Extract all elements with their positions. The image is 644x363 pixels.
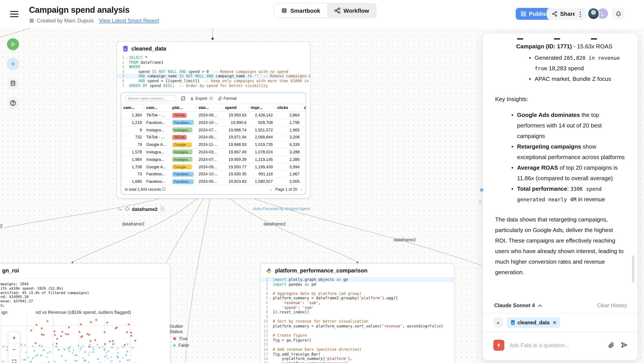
code-line[interactable]: 4# Aggregate data by platform (ad group) <box>260 291 454 296</box>
fit-view-button[interactable] <box>8 355 20 363</box>
add-context-button[interactable]: + <box>493 318 503 327</box>
clear-history-button[interactable]: Clear History <box>597 302 627 308</box>
tab-workflow[interactable]: Workflow <box>327 4 376 18</box>
python-code-editor[interactable]: 1import plotly.graph_objects as go2impor… <box>260 276 454 363</box>
notifications-button[interactable] <box>612 8 624 20</box>
code-line[interactable]: 2import pandas as pd <box>260 282 454 286</box>
code-line[interactable]: 18 y=platform_summary['platform'], <box>260 356 454 361</box>
column-header[interactable]: star... <box>196 104 223 111</box>
expand-icon[interactable] <box>181 96 186 100</box>
data-sources-button[interactable] <box>7 77 19 89</box>
dataframe-diamond-icon <box>125 207 130 211</box>
scatter-point-false <box>52 344 54 345</box>
scatter-point-false <box>117 356 118 357</box>
search-table-columns-input[interactable]: Search table columns... <box>125 95 176 102</box>
code-line[interactable]: 8}).reset_index() <box>260 310 454 314</box>
remove-chip-icon[interactable]: ✕ <box>553 320 556 325</box>
code-line[interactable]: 4 spend IS NOT NULL AND spend > 0 -- Rem… <box>117 70 310 74</box>
prev-page-button[interactable]: ‹ <box>270 187 272 192</box>
legend-entry-true[interactable]: True <box>170 336 189 341</box>
column-header[interactable]: cam... <box>121 104 144 111</box>
scatter-point-false <box>35 355 36 357</box>
code-line[interactable]: 11platform_summary = platform_summary.so… <box>260 324 454 328</box>
chart-title-fragment-left: ign <box>1 309 8 315</box>
hamburger-menu-icon[interactable] <box>10 11 18 17</box>
context-chip-cleaned-data[interactable]: SQL cleaned_data ✕ <box>507 317 560 328</box>
dataframe-output-label[interactable]: dataframe2 <box>132 206 158 212</box>
more-options-button[interactable]: ⋮ <box>574 8 586 20</box>
code-line[interactable]: 1import plotly.graph_objects as go <box>260 277 454 282</box>
code-line[interactable]: 9 <box>260 315 454 319</box>
ask-question-input[interactable]: Ask Fabi.ai a question... <box>510 342 603 348</box>
table-row[interactable]: 1,218Faceboo...Faceboo...2024-10-...19,9… <box>121 119 306 126</box>
code-line[interactable]: 3 <box>260 286 454 291</box>
code-line[interactable]: 12 <box>260 328 454 333</box>
code-line[interactable]: 16# Add revenue bars (positive direction… <box>260 347 454 352</box>
smart-report-link[interactable]: View Latest Smart Report <box>99 18 159 24</box>
dataframe-options-icon[interactable]: ⋮ <box>160 206 164 212</box>
panel-pin-icon[interactable] <box>479 187 484 193</box>
scatter-point-true <box>134 340 136 341</box>
table-row[interactable]: 1,984Instagra...Instagra...2024-07...19,… <box>121 156 306 163</box>
code-line[interactable]: 15 <box>260 342 454 347</box>
column-header[interactable]: clicks <box>275 104 302 111</box>
code-line[interactable]: 14fig = go.Figure() <box>260 338 454 342</box>
code-line[interactable]: 19 x=platform_summary['revenue'], <box>260 361 454 363</box>
table-row[interactable]: 9Instagra...Instagra...2024-07...19,988.… <box>121 126 306 134</box>
scatter-point-true <box>126 331 128 333</box>
scatter-point-true <box>94 339 96 341</box>
zoom-in-button[interactable]: + <box>8 332 20 344</box>
code-line[interactable]: 10# Sort by revenue for better visualiza… <box>260 319 454 324</box>
tab-smartbook[interactable]: Smartbook <box>274 4 327 18</box>
table-row[interactable]: 79Google A...Google ...2024-11-...19,968… <box>121 141 306 149</box>
avatar-photo[interactable] <box>587 8 600 20</box>
table-row[interactable]: 732TikTok - ...TikTok2024-05...19,971.94… <box>121 134 306 141</box>
code-line[interactable]: 7 'spend': 'sum' <box>260 305 454 310</box>
column-header[interactable]: impr... <box>249 104 275 111</box>
platform-badge: Google ... <box>172 164 192 169</box>
model-selector[interactable]: Claude Sonnet 4 <box>494 302 542 308</box>
panel-scrollbar[interactable] <box>632 255 634 283</box>
help-button[interactable] <box>7 97 19 109</box>
code-line[interactable]: 6 'revenue': 'sum', <box>260 301 454 305</box>
column-header[interactable]: spend <box>223 104 249 111</box>
node-cleaned-data[interactable]: SQL cleaned_data 1⌄SELECT *2FROM datafra… <box>116 41 310 199</box>
zoom-out-button[interactable]: − <box>8 344 20 355</box>
code-line[interactable]: 3WHERE <box>117 65 310 69</box>
export-dropdown-chevron[interactable]: ▾ <box>209 96 214 101</box>
scatter-point-false <box>25 351 27 353</box>
code-line[interactable]: 5⌄platform_summary = dataframe2.groupby(… <box>260 296 454 301</box>
scatter-plot[interactable] <box>0 315 138 363</box>
table-row[interactable]: 73Faceboo...Faceboo...2024-10-...19,930.… <box>121 171 306 178</box>
column-header[interactable]: plat... <box>170 104 196 111</box>
scatter-point-false <box>54 361 55 362</box>
code-line[interactable]: 1⌄SELECT * <box>117 55 310 60</box>
format-button[interactable]: Format <box>218 96 236 100</box>
add-node-button[interactable]: + <box>7 58 19 70</box>
next-page-button[interactable]: › <box>301 187 302 192</box>
column-header[interactable]: cam... <box>144 104 170 111</box>
table-row[interactable]: 1,364TikTok - ...TikTok2024-09...19,993.… <box>121 111 306 119</box>
export-button[interactable]: Export ▾ <box>190 96 214 101</box>
fabi-logo <box>493 339 504 350</box>
panel-drag-handle[interactable]: ⠿ <box>479 200 482 204</box>
attachment-paperclip-icon[interactable] <box>608 342 614 348</box>
code-line[interactable]: 17fig.add_trace(go.Bar( <box>260 352 454 356</box>
python-icon <box>266 268 272 274</box>
table-row[interactable]: 1,708Google A...Google ...2024-09...19,9… <box>121 163 306 171</box>
column-header[interactable]: ctr <box>302 104 306 111</box>
code-line[interactable]: 7ORDER BY spend DESC; -- Order by spend … <box>117 83 310 88</box>
send-icon[interactable] <box>621 341 628 348</box>
code-line[interactable]: 6 AND spend > {{spend_limit}} -- Keep on… <box>117 79 310 83</box>
code-line[interactable]: 5 AND campaign_name IS NOT NULL AND camp… <box>117 74 310 79</box>
legend-entry-false[interactable]: False <box>170 343 189 348</box>
platform-badge: Google ... <box>172 142 192 147</box>
node-platform-performance-comparison[interactable]: platform_performance_comparison 1import … <box>260 263 455 363</box>
code-line[interactable]: 13# Create figure <box>260 333 454 338</box>
run-workflow-button[interactable] <box>7 38 19 50</box>
table-row[interactable]: 1,685Faceboo...Faceboo...2024-05...19,92… <box>121 178 306 185</box>
node-campaign-roi[interactable]: gn_roi mpaigns: 1944 ith ≥$10k spend: 10… <box>0 263 170 363</box>
code-line[interactable]: 2FROM dataframe1 <box>117 60 310 65</box>
table-row[interactable]: 1,578Instagra...Instagra...2024-03...19,… <box>121 148 306 156</box>
sql-code-editor[interactable]: 1⌄SELECT *2FROM dataframe13WHERE4 spend … <box>117 55 310 91</box>
